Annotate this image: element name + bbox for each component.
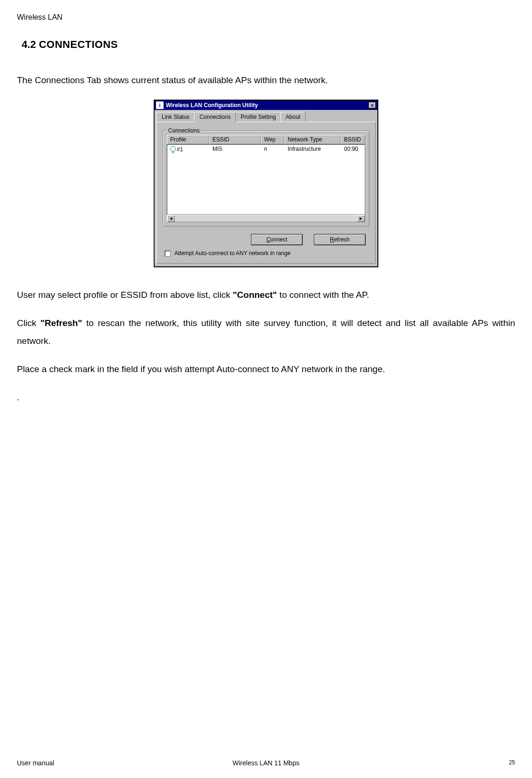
button-row: Connect Refresh	[163, 234, 366, 245]
hdr-nettype[interactable]: Network Type	[284, 135, 341, 144]
connect-button[interactable]: Connect	[251, 234, 303, 245]
list-body[interactable]: #1 MIS n Infrastructure 00:90	[167, 144, 365, 215]
dialog-screenshot: i Wireless LAN Configuration Utility × L…	[17, 100, 515, 267]
scroll-right-icon[interactable]: ►	[357, 215, 365, 222]
list-header: Profile ESSID Wep Network Type BSSID	[167, 135, 365, 144]
cell-wep: n	[261, 146, 285, 153]
scroll-track[interactable]	[175, 215, 357, 222]
doc-header: Wireless LAN	[17, 13, 515, 22]
autoconnect-label: Attempt Auto-connect to ANY network in r…	[174, 250, 290, 257]
section-word: CONNECTIONS	[39, 39, 118, 50]
tab-panel: Connections Profile ESSID Wep Network Ty…	[156, 122, 376, 264]
tab-link-status[interactable]: Link Status	[156, 112, 195, 122]
hdr-essid[interactable]: ESSID	[209, 135, 261, 144]
scroll-left-icon[interactable]: ◄	[167, 215, 175, 222]
cell-nettype: Infrastructure	[285, 146, 341, 153]
tab-connections[interactable]: Connections	[194, 112, 236, 122]
para-autoconnect: Place a check mark in the field if you w…	[17, 360, 515, 378]
footer-center: Wireless LAN 11 Mbps	[17, 759, 515, 767]
intro-text: The Connections Tab shows current status…	[17, 71, 515, 89]
section-heading: 4.2 CONNECTIONS	[22, 39, 515, 51]
trailing-dot: .	[17, 389, 515, 406]
autoconnect-checkbox[interactable]	[164, 250, 171, 257]
hdr-wep[interactable]: Wep	[261, 135, 284, 144]
tab-bar: Link Status Connections Profile Setting …	[155, 110, 377, 122]
cell-bssid: 00:90	[341, 146, 365, 153]
hdr-bssid[interactable]: BSSID	[341, 135, 365, 144]
cell-profile: #1	[177, 146, 183, 153]
titlebar: i Wireless LAN Configuration Utility ×	[155, 101, 377, 110]
para-select: User may select profile or ESSID from ab…	[17, 286, 515, 304]
close-icon[interactable]: ×	[368, 102, 376, 109]
autoconnect-row: Attempt Auto-connect to ANY network in r…	[164, 250, 368, 257]
config-dialog: i Wireless LAN Configuration Utility × L…	[154, 100, 378, 267]
signal-icon	[170, 146, 176, 152]
refresh-button[interactable]: Refresh	[314, 234, 366, 245]
cell-essid: MIS	[210, 146, 261, 153]
page-footer: User manual Wireless LAN 11 Mbps 25	[17, 759, 515, 767]
section-number: 4.2	[22, 39, 36, 50]
connections-group: Connections Profile ESSID Wep Network Ty…	[163, 131, 369, 226]
tab-about[interactable]: About	[281, 112, 305, 122]
tab-profile-setting[interactable]: Profile Setting	[235, 112, 281, 122]
hdr-profile[interactable]: Profile	[167, 135, 209, 144]
app-icon: i	[156, 101, 164, 109]
para-refresh: Click "Refresh" to rescan the network, t…	[17, 314, 515, 350]
window-title: Wireless LAN Configuration Utility	[166, 102, 368, 109]
list-item[interactable]: #1 MIS n Infrastructure 00:90	[167, 145, 365, 154]
horizontal-scrollbar[interactable]: ◄ ►	[167, 215, 365, 222]
group-label: Connections	[167, 127, 201, 134]
